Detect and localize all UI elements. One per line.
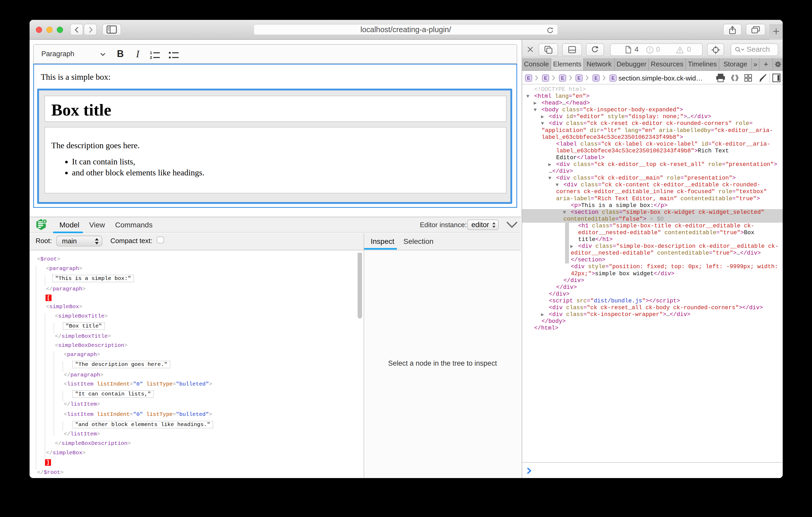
svg-text:1: 1 <box>150 51 152 55</box>
svg-text:5: 5 <box>44 220 46 223</box>
svg-text:2: 2 <box>150 55 152 59</box>
